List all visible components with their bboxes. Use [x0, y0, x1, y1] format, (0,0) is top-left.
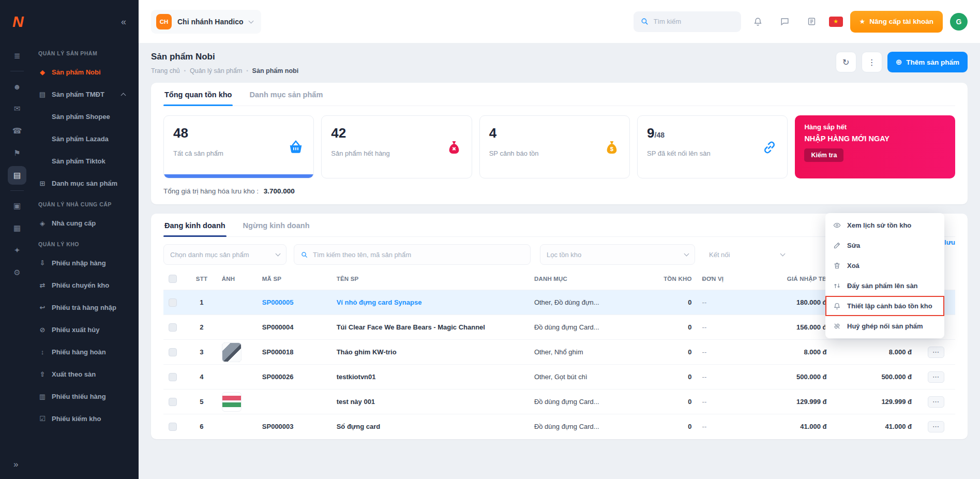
sidebar-item-san-pham-tmdt[interactable]: ▤ Sản phẩm TMĐT — [34, 83, 135, 106]
row-checkbox[interactable] — [169, 423, 177, 431]
sidebar-expand-button[interactable]: » — [13, 459, 18, 470]
messages-icon[interactable]: ✉ — [8, 99, 26, 118]
connect-filter-select[interactable]: Kết nối — [702, 244, 791, 265]
row-actions-button[interactable]: ⋯ — [928, 347, 944, 358]
breadcrumb-home[interactable]: Trang chủ — [151, 67, 180, 74]
context-menu-item-sua[interactable]: Sửa — [825, 235, 944, 256]
upgrade-account-label: Nâng cấp tài khoản — [869, 18, 933, 25]
sidebar-item-san-pham-shopee[interactable]: Sản phẩm Shopee — [34, 106, 135, 128]
product-search-box[interactable] — [294, 244, 531, 265]
table-row[interactable]: 5 test này 001 Đồ dùng đựng Card... 0 --… — [163, 390, 955, 414]
layers-icon[interactable]: ≣ — [8, 47, 26, 65]
context-menu-item-day-san-pham-len-san[interactable]: Đẩy sản phẩm lên sàn — [825, 276, 944, 296]
stat-stock-warning[interactable]: 4 SP cảnh báo tồn $ — [479, 115, 630, 178]
settings-gear-icon[interactable]: ⚙ — [8, 263, 26, 282]
cell-code[interactable]: SP000003 — [257, 414, 331, 439]
context-menu-item-huy-ghep-noi[interactable]: Huỷ ghép nối sản phẩm — [825, 316, 944, 336]
loyalty-icon[interactable]: ✦ — [8, 241, 26, 260]
cell-name[interactable]: Ví nhỏ đựng card Synapse — [331, 290, 529, 315]
cell-unit: -- — [697, 315, 744, 340]
sidebar-item-phieu-chuyen-kho[interactable]: ⇄ Phiếu chuyển kho — [34, 274, 135, 296]
refresh-button[interactable]: ↻ — [836, 52, 856, 72]
cell-name[interactable]: Sổ đựng card — [331, 414, 529, 439]
cell-name[interactable]: test này 001 — [331, 390, 529, 414]
row-checkbox[interactable] — [169, 398, 177, 406]
sidebar-item-san-pham-nobi[interactable]: ◆ Sản phẩm Nobi — [34, 61, 135, 83]
cell-name[interactable]: testkiotvn01 — [331, 365, 529, 390]
kebab-icon: ⋮ — [868, 57, 876, 67]
table-row[interactable]: 3 SP000018 Tháo ghim KW-trio Other, Nhổ … — [163, 340, 955, 365]
breadcrumb-parent[interactable]: Quản lý sản phẩm — [190, 67, 242, 74]
sidebar-item-phieu-tra-hang-nhap[interactable]: ↩ Phiếu trả hàng nhập — [34, 296, 135, 319]
stat-all-products[interactable]: 48 Tất cả sản phẩm — [163, 115, 314, 178]
row-checkbox[interactable] — [169, 348, 177, 356]
row-actions-button[interactable]: ⋯ — [928, 421, 944, 432]
sidebar-item-xuat-theo-san[interactable]: ⇧ Xuất theo sàn — [34, 363, 135, 385]
global-search[interactable] — [634, 11, 741, 32]
cell-name[interactable]: Tháo ghim KW-trio — [331, 340, 529, 365]
app-logo[interactable]: N — [12, 13, 23, 31]
row-actions-button[interactable]: ⋯ — [928, 396, 944, 408]
add-product-button[interactable]: ⊕ Thêm sản phẩm — [887, 52, 968, 72]
apps-grid-icon[interactable]: ▦ — [8, 219, 26, 237]
cell-code[interactable]: SP000004 — [257, 315, 331, 340]
more-options-button[interactable]: ⋮ — [862, 52, 882, 72]
stat-out-of-stock[interactable]: 42 Sản phẩm hết hàng — [321, 115, 472, 178]
header-ma-sp: MÃ SP — [257, 268, 331, 290]
tab-danh-muc-san-pham[interactable]: Danh mục sản phẩm — [248, 83, 324, 106]
sidebar-item-phieu-kiem-kho[interactable]: ☑ Phiếu kiểm kho — [34, 408, 135, 430]
menu-group-header: QUẢN LÝ NHÀ CUNG CẤP — [34, 194, 135, 212]
context-menu-label: Thiết lập cảnh báo tồn kho — [847, 302, 932, 310]
products-module-icon[interactable]: ▤ — [8, 166, 26, 185]
sidebar-item-phieu-hang-hoan[interactable]: ↕ Phiếu hàng hoàn — [34, 341, 135, 363]
row-checkbox[interactable] — [169, 323, 177, 332]
notifications-bell-button[interactable] — [748, 12, 768, 32]
row-actions-button[interactable]: ⋯ — [928, 371, 944, 383]
branch-selector[interactable]: CH Chi nhánh Handico — [151, 10, 261, 34]
cell-name[interactable]: Túi Clear Face We Bare Bears - Magic Cha… — [331, 315, 529, 340]
customers-icon[interactable]: ☻ — [8, 77, 26, 96]
sidebar-item-san-pham-tiktok[interactable]: Sản phẩm Tiktok — [34, 150, 135, 172]
cell-code[interactable]: SP000018 — [257, 340, 331, 365]
context-menu-item-thiet-lap-canh-bao-ton-kho[interactable]: Thiết lập cảnh báo tồn kho — [825, 296, 944, 316]
warehouse-icon[interactable]: ▣ — [8, 197, 26, 215]
saved-filter-link[interactable]: lưu — [944, 238, 955, 246]
table-row[interactable]: 6 SP000003 Sổ đựng card Đồ dùng đựng Car… — [163, 414, 955, 439]
category-filter-select[interactable]: Chọn danh mục sản phẩm — [163, 244, 287, 265]
vietnam-flag-icon[interactable]: ★ — [829, 17, 843, 27]
refund-icon: ↕ — [38, 348, 47, 356]
cell-code[interactable]: SP000005 — [257, 290, 331, 315]
tab-dang-kinh-doanh[interactable]: Đang kinh doanh — [163, 214, 227, 236]
campaign-icon[interactable]: ⚑ — [8, 144, 26, 162]
row-checkbox[interactable] — [169, 373, 177, 381]
sidebar-item-phieu-thieu-hang[interactable]: ▥ Phiếu thiếu hàng — [34, 385, 135, 408]
upgrade-account-button[interactable]: ★ Nâng cấp tài khoản — [850, 11, 943, 33]
tab-tong-quan-ton-kho[interactable]: Tổng quan tồn kho — [163, 83, 233, 106]
context-menu-item-xoa[interactable]: Xoá — [825, 256, 944, 276]
sidebar-item-nha-cung-cap[interactable]: ◈ Nhà cung cấp — [34, 212, 135, 234]
check-now-button[interactable]: Kiểm tra — [804, 148, 843, 162]
product-search-input[interactable] — [313, 251, 524, 259]
sidebar-item-phieu-nhap-hang[interactable]: ⇩ Phiếu nhập hàng — [34, 252, 135, 274]
chat-support-button[interactable] — [775, 12, 795, 32]
tab-ngung-kinh-doanh[interactable]: Ngừng kinh doanh — [242, 214, 311, 236]
global-search-input[interactable] — [654, 18, 734, 25]
news-docs-button[interactable] — [802, 12, 822, 32]
sidebar-item-san-pham-lazada[interactable]: Sản phẩm Lazada — [34, 128, 135, 150]
call-center-icon[interactable]: ☎ — [8, 122, 26, 140]
user-avatar[interactable]: G — [950, 13, 968, 31]
stat-connected-products[interactable]: 9/48 SP đã kết nối lên sàn — [637, 115, 788, 178]
cell-code[interactable]: SP000026 — [257, 365, 331, 390]
row-checkbox[interactable] — [169, 298, 177, 307]
select-all-checkbox[interactable] — [169, 275, 177, 283]
context-menu-item-xem-lich-su[interactable]: Xem lịch sử tồn kho — [825, 215, 944, 235]
cell-unit: -- — [697, 340, 744, 365]
sidebar-item-danh-muc-san-pham[interactable]: ⊞ Danh mục sản phẩm — [34, 172, 135, 194]
sidebar-item-phieu-xuat-huy[interactable]: ⊘ Phiếu xuất hủy — [34, 319, 135, 341]
cell-code[interactable] — [257, 390, 331, 414]
link-icon — [761, 139, 778, 157]
refresh-icon: ↻ — [842, 57, 849, 67]
stock-filter-select[interactable]: Lọc tồn kho — [540, 244, 695, 265]
sidebar-collapse-button[interactable]: « — [121, 17, 126, 27]
table-row[interactable]: 4 SP000026 testkiotvn01 Other, Gọt bút c… — [163, 365, 955, 390]
